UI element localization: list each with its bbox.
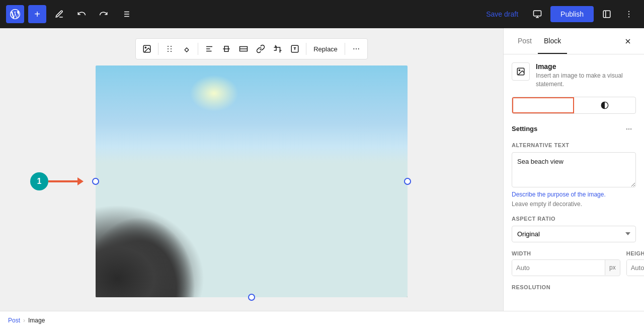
svg-point-17 xyxy=(171,46,172,47)
block-description: Insert an image to make a visual stateme… xyxy=(536,72,636,89)
move-up-down-button[interactable] xyxy=(179,41,195,57)
svg-point-15 xyxy=(145,47,146,48)
svg-point-11 xyxy=(628,11,629,12)
align-center-button[interactable] xyxy=(218,41,234,57)
aspect-ratio-select[interactable]: Original 1:1 4:3 16:9 9:16 xyxy=(512,226,636,242)
full-width-button[interactable] xyxy=(235,41,252,57)
svg-point-18 xyxy=(168,48,169,49)
resize-handle-bottom[interactable] xyxy=(248,294,255,301)
toolbar-divider-2 xyxy=(198,43,198,55)
width-field: WIDTH px xyxy=(512,250,620,276)
block-name: Image xyxy=(536,62,636,71)
toolbar-divider-4 xyxy=(345,43,345,55)
breadcrumb-separator: › xyxy=(23,317,25,324)
save-draft-button[interactable]: Save draft xyxy=(480,7,524,21)
svg-point-39 xyxy=(628,128,629,129)
top-bar-right: Save draft Publish xyxy=(480,5,638,23)
svg-point-40 xyxy=(630,128,631,129)
sidebar-header: Post Block xyxy=(504,28,644,54)
beach-image xyxy=(96,65,408,297)
block-info-text: Image Insert an image to make a visual s… xyxy=(536,62,636,89)
dimensions-row: WIDTH px HEIGHT px xyxy=(512,250,636,276)
settings-more-button[interactable] xyxy=(622,122,636,136)
svg-point-21 xyxy=(171,51,172,52)
resolution-label: RESOLUTION xyxy=(512,284,636,290)
block-toolbar: Replace xyxy=(135,38,368,59)
aspect-ratio-label: ASPECT RATIO xyxy=(512,216,636,222)
close-sidebar-button[interactable] xyxy=(620,33,636,49)
redo-button[interactable] xyxy=(95,5,113,23)
undo-button[interactable] xyxy=(72,5,91,23)
breadcrumb: Post › Image xyxy=(0,311,644,329)
tools-button[interactable] xyxy=(50,5,68,23)
height-input-wrap: px xyxy=(626,259,644,276)
more-block-options-button[interactable] xyxy=(348,41,364,57)
main-area: Replace 1 Post xyxy=(0,28,644,311)
alt-text-section: ALTERNATIVE TEXT Sea beach view Describe… xyxy=(512,142,636,208)
width-input-wrap: px xyxy=(512,259,620,276)
align-left-button[interactable] xyxy=(201,41,217,57)
svg-point-38 xyxy=(626,128,627,129)
settings-title: Settings xyxy=(512,125,537,133)
width-input[interactable] xyxy=(512,260,605,276)
svg-point-20 xyxy=(168,51,169,52)
image-canvas xyxy=(96,65,408,297)
fullscreen-button[interactable] xyxy=(598,5,616,23)
alt-text-label: ALTERNATIVE TEXT xyxy=(512,142,636,148)
list-view-button[interactable] xyxy=(117,5,135,23)
annotation: 1 xyxy=(30,172,78,190)
panel-tab-style[interactable] xyxy=(574,97,636,113)
breadcrumb-current: Image xyxy=(28,317,45,324)
panel-tabs xyxy=(512,97,636,114)
sidebar: Post Block Image xyxy=(503,28,644,311)
toolbar-divider-1 xyxy=(158,43,158,55)
resize-handle-right[interactable] xyxy=(404,178,411,185)
add-block-button[interactable]: + xyxy=(28,5,46,23)
svg-point-30 xyxy=(356,48,357,49)
editor-area: Replace 1 xyxy=(0,28,503,311)
block-icon-box xyxy=(512,62,530,81)
panel-tab-settings[interactable] xyxy=(512,97,574,113)
svg-point-16 xyxy=(168,46,169,47)
crop-button[interactable] xyxy=(270,41,286,57)
step-number: 1 xyxy=(30,172,48,190)
top-bar: + Save draft Publish xyxy=(0,0,644,28)
tab-block[interactable]: Block xyxy=(538,29,567,54)
svg-point-13 xyxy=(628,16,629,17)
preview-button[interactable] xyxy=(528,5,546,23)
alt-text-input[interactable]: Sea beach view xyxy=(512,152,636,187)
publish-button[interactable]: Publish xyxy=(550,6,594,22)
describe-link[interactable]: Describe the purpose of the image. xyxy=(512,191,606,198)
sidebar-content: Image Insert an image to make a visual s… xyxy=(504,54,644,302)
height-field: HEIGHT px xyxy=(626,250,644,276)
breadcrumb-parent[interactable]: Post xyxy=(8,317,20,324)
resize-handle-left[interactable] xyxy=(92,178,99,185)
svg-point-29 xyxy=(353,48,354,49)
link-button[interactable] xyxy=(253,41,269,57)
replace-button[interactable]: Replace xyxy=(309,43,342,55)
svg-point-35 xyxy=(519,70,520,71)
svg-point-12 xyxy=(628,14,629,15)
toolbar-divider-3 xyxy=(306,43,306,55)
height-label: HEIGHT xyxy=(626,250,644,256)
height-input[interactable] xyxy=(627,260,644,276)
wordpress-logo xyxy=(6,5,24,23)
svg-rect-6 xyxy=(534,11,541,16)
text-button[interactable] xyxy=(287,41,303,57)
settings-header: Settings xyxy=(512,122,636,136)
image-type-button[interactable] xyxy=(139,41,155,57)
svg-point-36 xyxy=(542,104,544,106)
width-label: WIDTH xyxy=(512,250,620,256)
tab-post[interactable]: Post xyxy=(512,29,538,54)
svg-point-31 xyxy=(358,48,359,49)
drag-handle[interactable] xyxy=(162,41,178,57)
image-block[interactable]: 1 xyxy=(96,65,408,297)
resolution-section: RESOLUTION xyxy=(512,284,636,290)
block-info: Image Insert an image to make a visual s… xyxy=(512,62,636,89)
arrow xyxy=(48,180,78,182)
decorative-note: Leave empty if decorative. xyxy=(512,201,636,208)
more-options-button[interactable] xyxy=(620,5,638,23)
svg-point-19 xyxy=(171,48,172,49)
aspect-ratio-section: ASPECT RATIO Original 1:1 4:3 16:9 9:16 xyxy=(512,216,636,242)
svg-rect-9 xyxy=(603,11,610,18)
